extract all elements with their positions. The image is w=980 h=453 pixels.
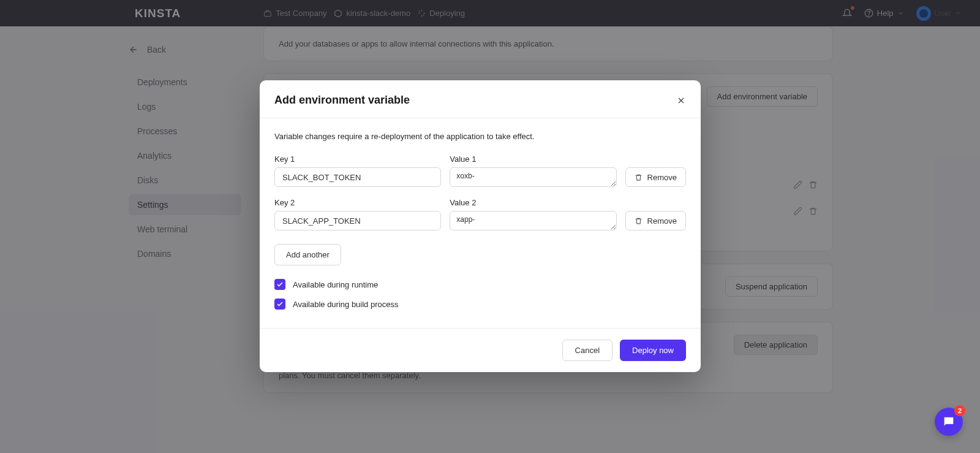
deploy-now-button[interactable]: Deploy now bbox=[620, 340, 686, 361]
key-label: Key 1 bbox=[274, 154, 441, 164]
value-label: Value 1 bbox=[450, 154, 616, 164]
checkbox-runtime-label: Available during runtime bbox=[293, 280, 378, 289]
close-icon bbox=[676, 96, 686, 105]
checkbox-build-label: Available during build process bbox=[293, 300, 398, 309]
trash-icon bbox=[635, 173, 643, 181]
key-label: Key 2 bbox=[274, 198, 441, 207]
env-value-input[interactable]: xapp- bbox=[450, 211, 616, 230]
modal-helper-text: Variable changes require a re-deployment… bbox=[274, 132, 686, 141]
close-button[interactable] bbox=[676, 96, 686, 105]
checkbox-runtime[interactable] bbox=[274, 279, 285, 290]
check-icon bbox=[276, 281, 284, 288]
env-key-input[interactable] bbox=[274, 211, 441, 230]
modal-title: Add environment variable bbox=[274, 94, 410, 107]
trash-icon bbox=[635, 217, 643, 225]
env-var-row: Key 2 Value 2 xapp- Remove bbox=[274, 198, 686, 230]
checkbox-build[interactable] bbox=[274, 299, 285, 310]
checkbox-runtime-row[interactable]: Available during runtime bbox=[274, 279, 686, 290]
remove-button[interactable]: Remove bbox=[625, 211, 686, 230]
value-label: Value 2 bbox=[450, 198, 616, 207]
add-another-button[interactable]: Add another bbox=[274, 244, 341, 265]
remove-button[interactable]: Remove bbox=[625, 167, 686, 187]
env-var-row: Key 1 Value 1 xoxb- Remove bbox=[274, 154, 686, 187]
env-key-input[interactable] bbox=[274, 167, 441, 187]
checkbox-build-row[interactable]: Available during build process bbox=[274, 299, 686, 310]
env-value-input[interactable]: xoxb- bbox=[450, 167, 616, 187]
chat-widget[interactable]: 2 bbox=[935, 408, 963, 436]
chat-icon bbox=[942, 415, 956, 428]
add-env-var-modal: Add environment variable Variable change… bbox=[260, 80, 701, 372]
chat-badge: 2 bbox=[954, 405, 965, 416]
check-icon bbox=[276, 300, 284, 308]
cancel-button[interactable]: Cancel bbox=[562, 340, 612, 361]
